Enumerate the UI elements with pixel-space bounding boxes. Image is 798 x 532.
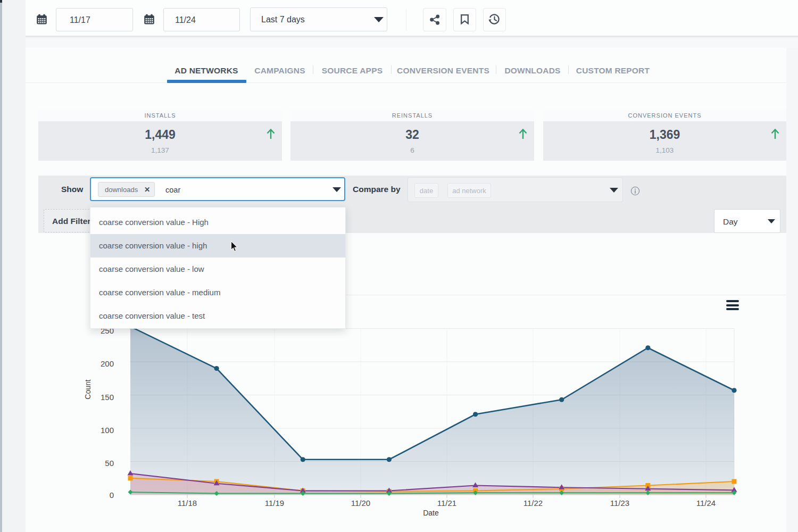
svg-text:11/22: 11/22 bbox=[523, 498, 543, 508]
svg-text:0: 0 bbox=[110, 491, 114, 500]
svg-text:11/18: 11/18 bbox=[178, 498, 197, 508]
svg-text:Date: Date bbox=[423, 509, 439, 517]
svg-text:100: 100 bbox=[101, 426, 114, 435]
svg-text:11/19: 11/19 bbox=[265, 498, 284, 508]
svg-text:200: 200 bbox=[101, 359, 114, 368]
svg-text:11/21: 11/21 bbox=[437, 498, 456, 508]
svg-text:150: 150 bbox=[101, 393, 114, 402]
svg-text:11/20: 11/20 bbox=[351, 498, 370, 508]
svg-text:11/23: 11/23 bbox=[610, 498, 629, 508]
svg-text:Count: Count bbox=[84, 379, 92, 399]
svg-text:11/24: 11/24 bbox=[696, 498, 716, 508]
svg-text:50: 50 bbox=[105, 459, 114, 468]
